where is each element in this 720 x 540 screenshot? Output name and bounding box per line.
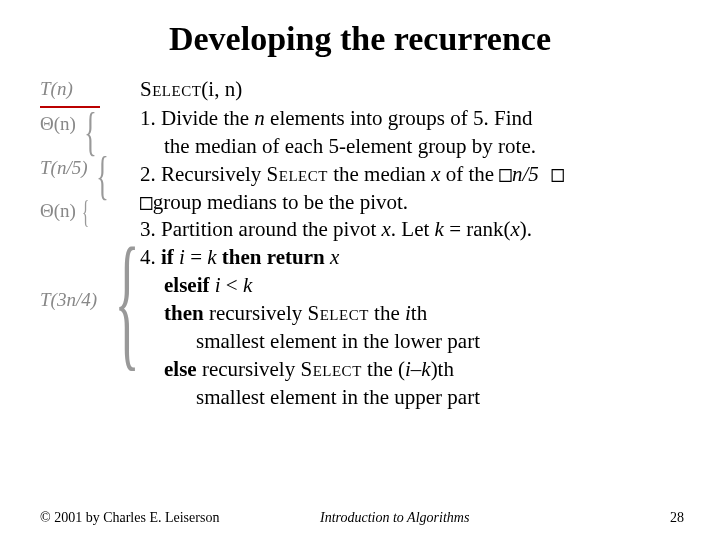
book-title: Introduction to Algorithms [280,510,644,526]
text: = rank( [444,217,511,241]
kw-then: then [164,301,209,325]
copyright-text: © 2001 by Charles E. Leiserson [40,510,280,526]
algorithm-text: Select(i, n) 1. Divide the n elements in… [140,76,564,412]
text: elements into groups of 5. Find [265,106,533,130]
text: = [185,245,207,269]
theta-n-label: Θ(n) [40,114,76,135]
page-number: 28 [644,510,684,526]
text: < [221,273,243,297]
slide-body: T(n) Θ(n) { T(n/5) { Θ(n) { T(3n/4) { Se… [0,76,720,412]
var-k: k [435,217,444,241]
text: 1. Divide the [140,106,254,130]
text: of the [440,162,499,186]
select-args: (i, n) [201,77,242,101]
step-2: 2. Recursively Select the median x of th… [140,161,564,188]
brace-icon: { [82,201,90,223]
complexity-column: T(n) Θ(n) { T(n/5) { Θ(n) { T(3n/4) { [40,76,140,412]
kw-elseif: elseif [164,273,215,297]
step-4-else-cont: smallest element in the upper part [140,384,564,411]
text: – [411,357,422,381]
var-x: x [330,245,339,269]
text: ). [520,217,532,241]
step-4-then: then recursively Select the ith [140,300,564,327]
text: 3. Partition around the pivot [140,217,381,241]
tn5-label: T(n/5) [40,158,88,179]
kw-if: if [161,245,179,269]
kw-then-return: then return [217,245,330,269]
brace-icon: { [84,114,96,150]
var-n5: n/5 [512,162,539,186]
kw-else: else [164,357,202,381]
var-k: k [421,357,430,381]
text: group medians to be the pivot. [153,190,408,214]
box-icon: □ [140,190,153,214]
slide-footer: © 2001 by Charles E. Leiserson Introduct… [0,510,720,526]
box-icon: □ [499,162,512,186]
var-x: x [381,217,390,241]
step-1-cont: the median of each 5-element group by ro… [140,133,564,160]
step-4-then-cont: smallest element in the lower part [140,328,564,355]
var-k: k [207,245,216,269]
var-x: x [511,217,520,241]
tn-label: T(n) [40,78,73,99]
text: th [411,301,427,325]
step-1: 1. Divide the n elements into groups of … [140,105,564,132]
select-word: Select [267,162,328,186]
slide-title: Developing the recurrence [0,0,720,76]
text: recursively [202,357,301,381]
text: the median [328,162,431,186]
text: recursively [209,301,308,325]
text: 2. Recursively [140,162,267,186]
var-n: n [254,106,265,130]
step-3: 3. Partition around the pivot x. Let k =… [140,216,564,243]
step-4-else: else recursively Select the (i–k)th [140,356,564,383]
box-icon: □ [539,162,564,186]
step-2-cont: □group medians to be the pivot. [140,189,564,216]
text: the ( [362,357,405,381]
text: the [369,301,405,325]
select-word: Select [140,77,201,101]
select-header: Select(i, n) [140,76,564,103]
select-word: Select [307,301,368,325]
var-k: k [243,273,252,297]
select-word: Select [300,357,361,381]
text: )th [431,357,454,381]
step-4: 4. if i = k then return x [140,244,564,271]
text: 4. [140,245,161,269]
t3n4-label: T(3n/4) [40,290,97,311]
theta-n2-label: Θ(n) [40,201,76,222]
brace-icon: { [96,158,108,194]
step-4-elseif: elseif i < k [140,272,564,299]
big-brace-icon: { [114,244,139,357]
text: . Let [391,217,435,241]
